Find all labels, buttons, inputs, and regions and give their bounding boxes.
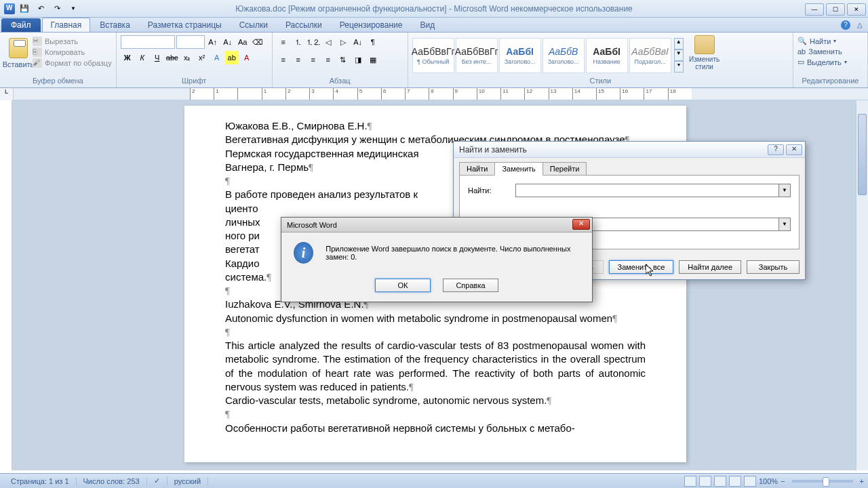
align-left-icon[interactable]: ≡ — [277, 53, 290, 66]
align-right-icon[interactable]: ≡ — [307, 53, 320, 66]
underline-button[interactable]: Ч — [151, 51, 164, 64]
zoom-value[interactable]: 100% — [759, 477, 778, 485]
tab-find[interactable]: Найти — [459, 162, 495, 176]
mailings-tab[interactable]: Рассылки — [277, 18, 330, 32]
change-styles-button[interactable]: Изменить стили — [688, 35, 722, 77]
style-no-spacing[interactable]: АаБбВвГгБез инте... — [456, 38, 498, 73]
full-screen-view[interactable] — [699, 476, 711, 487]
tab-goto[interactable]: Перейти — [542, 162, 587, 176]
layout-tab[interactable]: Разметка страницы — [140, 18, 230, 32]
find-replace-titlebar[interactable]: Найти и заменить ? ✕ — [454, 142, 805, 158]
language-status[interactable]: русский — [167, 477, 208, 485]
review-tab[interactable]: Рецензирование — [332, 18, 411, 32]
replace-button[interactable]: abЗаменить — [797, 47, 863, 56]
ribbon-toggle-icon[interactable]: △ — [857, 21, 863, 28]
paste-button[interactable]: Вставить — [4, 35, 33, 77]
insert-tab[interactable]: Вставка — [92, 18, 138, 32]
close-dialog-button[interactable]: Закрыть — [747, 260, 800, 274]
dialog-help-button[interactable]: ? — [768, 144, 784, 155]
show-marks-icon[interactable]: ¶ — [366, 35, 380, 49]
shrink-font-icon[interactable]: A↓ — [221, 35, 235, 49]
view-tab[interactable]: Вид — [412, 18, 443, 32]
text-effects-icon[interactable]: A — [210, 51, 224, 64]
paragraph-label: Абзац — [277, 77, 403, 86]
style-subtitle[interactable]: АаБбВвІПодзагол... — [629, 38, 671, 73]
ok-button[interactable]: ОК — [375, 279, 431, 292]
style-title[interactable]: АаБбІНазвание — [586, 38, 628, 73]
references-tab[interactable]: Ссылки — [231, 18, 276, 32]
redo-icon[interactable]: ↷ — [50, 2, 64, 16]
save-icon[interactable]: 💾 — [18, 2, 31, 16]
change-case-icon[interactable]: Aa — [236, 35, 250, 49]
vertical-scrollbar[interactable] — [856, 100, 868, 470]
zoom-in-button[interactable]: + — [860, 477, 864, 485]
outline-view[interactable] — [729, 476, 741, 487]
find-next-button[interactable]: Найти далее — [679, 260, 741, 274]
numbering-icon[interactable]: ⒈ — [292, 35, 305, 49]
format-painter-button[interactable]: 🖌Формат по образцу — [33, 58, 112, 68]
file-tab[interactable]: Файл — [1, 18, 41, 32]
styles-gallery[interactable]: АаБбВвГг¶ Обычный АаБбВвГгБез инте... Аа… — [412, 35, 684, 77]
replace-all-button[interactable]: Заменить все — [609, 260, 674, 274]
web-layout-view[interactable] — [714, 476, 726, 487]
vertical-ruler[interactable] — [0, 100, 12, 470]
borders-icon[interactable]: ▦ — [366, 53, 380, 66]
bold-button[interactable]: Ж — [121, 51, 134, 64]
undo-icon[interactable]: ↶ — [34, 2, 47, 16]
select-button[interactable]: ▭Выделить ▾ — [797, 58, 863, 66]
align-center-icon[interactable]: ≡ — [292, 53, 305, 66]
doc-text: Cardio-vascular tests, metabolic syndrom… — [225, 394, 547, 406]
multilevel-icon[interactable]: ⒈⒉ — [307, 35, 320, 49]
find-input[interactable] — [515, 184, 791, 197]
home-tab[interactable]: Главная — [42, 18, 91, 32]
help-button[interactable]: Справка — [443, 279, 498, 292]
italic-button[interactable]: К — [136, 51, 149, 64]
style-heading2[interactable]: АаБбВЗаголово... — [542, 38, 585, 73]
style-heading1[interactable]: АаБбІЗаголово... — [499, 38, 541, 73]
font-family-combo[interactable] — [121, 35, 175, 49]
zoom-slider[interactable] — [792, 480, 853, 483]
word-icon — [4, 3, 15, 14]
tab-replace[interactable]: Заменить — [494, 162, 542, 176]
clear-format-icon[interactable]: ⌫ — [251, 35, 264, 49]
dialog-close-button[interactable]: ✕ — [786, 144, 802, 155]
page-status[interactable]: Страница: 1 из 1 — [4, 477, 77, 485]
maximize-button[interactable]: ☐ — [826, 3, 845, 16]
print-layout-view[interactable] — [684, 476, 696, 487]
minimize-button[interactable]: — — [805, 3, 824, 16]
scrollbar-thumb[interactable] — [858, 114, 867, 195]
replace-icon: ab — [797, 47, 806, 56]
bullets-icon[interactable]: ≡ — [277, 35, 290, 49]
superscript-button[interactable]: x² — [195, 51, 209, 64]
inc-indent-icon[interactable]: ▷ — [336, 35, 350, 49]
font-color-icon[interactable]: A — [240, 51, 254, 64]
zoom-out-button[interactable]: − — [781, 477, 785, 485]
word-count[interactable]: Число слов: 253 — [77, 477, 147, 485]
draft-view[interactable] — [744, 476, 756, 487]
line-spacing-icon[interactable]: ⇅ — [336, 53, 350, 66]
styles-scroll[interactable]: ▲▼▾ — [674, 38, 684, 73]
shading-icon[interactable]: ◨ — [351, 53, 365, 66]
close-button[interactable]: ✕ — [847, 3, 866, 16]
help-icon[interactable]: ? — [841, 20, 850, 30]
message-close-button[interactable]: ✕ — [572, 219, 590, 230]
sort-icon[interactable]: A↓ — [351, 35, 365, 49]
subscript-button[interactable]: x₂ — [180, 51, 194, 64]
proofing-icon[interactable]: ✓ — [147, 476, 167, 485]
copy-button[interactable]: ⎘Копировать — [33, 47, 112, 57]
grow-font-icon[interactable]: A↑ — [206, 35, 220, 49]
font-size-combo[interactable] — [176, 35, 205, 49]
message-titlebar[interactable]: Microsoft Word ✕ — [281, 218, 592, 232]
doc-text: Autonomic dysfunction in women with meta… — [225, 312, 612, 324]
justify-icon[interactable]: ≡ — [321, 53, 335, 66]
tab-selector[interactable]: L — [0, 88, 14, 100]
strike-button[interactable]: abc — [165, 51, 179, 64]
doc-text: Особенности работы вегетативной нервной … — [225, 422, 575, 434]
find-button[interactable]: 🔍Найти ▾ — [797, 37, 863, 45]
highlight-icon[interactable]: ab — [225, 51, 239, 64]
style-normal[interactable]: АаБбВвГг¶ Обычный — [412, 38, 454, 73]
dec-indent-icon[interactable]: ◁ — [321, 35, 335, 49]
qat-more-icon[interactable]: ▼ — [66, 2, 80, 16]
cut-button[interactable]: ✂Вырезать — [33, 37, 112, 46]
horizontal-ruler[interactable]: 21123456789101112131415161718 — [190, 88, 692, 100]
